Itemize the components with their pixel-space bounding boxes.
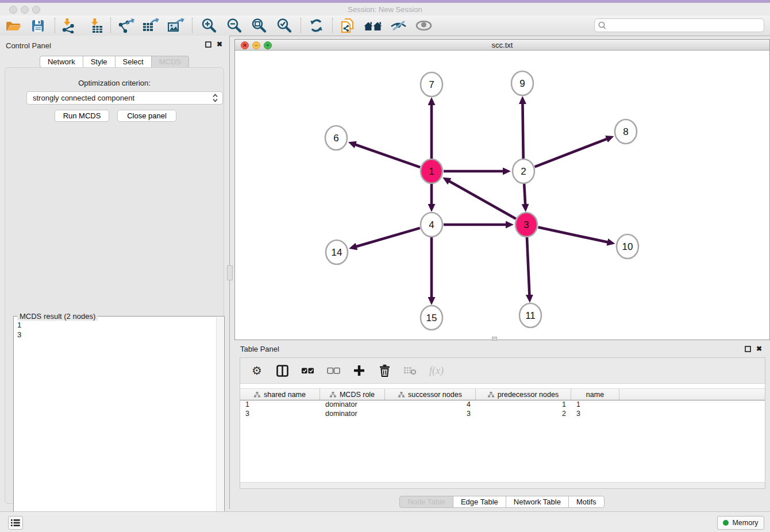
toolbar-separator: [332, 18, 333, 33]
graph-edge-3-10[interactable]: [538, 227, 609, 242]
zoom-in-icon[interactable]: [198, 17, 219, 34]
criterion-value: strongly connected component: [33, 94, 134, 102]
close-panel-button[interactable]: Close panel: [117, 110, 176, 122]
column-header-label: shared name: [264, 391, 306, 399]
chevron-updown-icon: [213, 94, 218, 104]
horizontal-splitter-handle[interactable]: [492, 337, 497, 341]
table-cell[interactable]: 1: [476, 400, 571, 409]
hide-selected-icon[interactable]: [388, 17, 409, 34]
table-row[interactable]: 1dominator411: [240, 400, 765, 409]
tab-network[interactable]: Network: [40, 56, 83, 68]
table-panel-tabs: Node TableEdge TableNetwork TableMotifs: [234, 496, 770, 508]
column-header-name[interactable]: name: [571, 389, 619, 400]
delete-column-icon[interactable]: [378, 364, 391, 377]
table-hscrollbar[interactable]: [240, 482, 765, 488]
select-all-rows-icon[interactable]: [301, 367, 314, 375]
refresh-view-icon[interactable]: [306, 17, 326, 34]
table-cell[interactable]: 3: [571, 409, 619, 418]
column-header-shared-name[interactable]: shared name: [240, 389, 320, 400]
tab-network-table[interactable]: Network Table: [506, 496, 569, 508]
table-cell[interactable]: 1: [240, 400, 320, 409]
table-cell[interactable]: dominator: [320, 400, 385, 409]
graph-edge-2-9[interactable]: [522, 103, 523, 159]
network-canvas[interactable]: 7968124314101511: [235, 50, 769, 340]
tab-select[interactable]: Select: [115, 56, 152, 68]
close-panel-icon[interactable]: ✖: [217, 41, 222, 48]
graph-node-label: 7: [429, 79, 434, 90]
graph-edge-3-1[interactable]: [449, 181, 516, 219]
import-network-icon[interactable]: [57, 17, 78, 34]
run-mcds-button[interactable]: Run MCDS: [55, 110, 109, 122]
main-titlebar[interactable]: Session: New Session: [0, 3, 770, 16]
memory-label: Memory: [732, 519, 758, 527]
export-image-icon[interactable]: [165, 17, 186, 34]
node-table: ⚙ f(x): [240, 357, 765, 489]
tab-motifs[interactable]: Motifs: [568, 496, 605, 508]
export-network-icon[interactable]: [116, 17, 136, 34]
zoom-out-icon[interactable]: [224, 17, 244, 34]
window-title: Session: New Session: [0, 5, 770, 14]
memory-button[interactable]: Memory: [717, 516, 764, 530]
result-scrollbar[interactable]: [216, 317, 224, 532]
clone-network-icon[interactable]: [337, 17, 358, 34]
edge-label-mark: [476, 224, 482, 226]
task-history-button[interactable]: [8, 516, 23, 530]
graph-edge-3-11[interactable]: [527, 237, 530, 296]
table-cell[interactable]: dominator: [320, 409, 385, 418]
table-cell[interactable]: 3: [385, 409, 476, 418]
tab-mcds[interactable]: MCDS: [151, 56, 189, 68]
graph-node-label: 14: [332, 247, 342, 258]
sort-tree-icon: [254, 392, 260, 398]
first-neighbors-icon[interactable]: [363, 17, 383, 34]
add-column-icon[interactable]: [353, 365, 365, 376]
tab-node-table[interactable]: Node Table: [399, 496, 453, 508]
tab-style[interactable]: Style: [83, 56, 116, 68]
graph-node-label: 3: [523, 219, 529, 230]
column-header-successor-nodes[interactable]: successor nodes: [385, 389, 476, 400]
column-header-predecessor-nodes[interactable]: predecessor nodes: [476, 389, 571, 400]
graph-node-label: 15: [426, 313, 437, 323]
save-session-icon[interactable]: [28, 17, 48, 34]
table-header-row: shared nameMCDS rolesuccessor nodesprede…: [240, 388, 765, 400]
export-table-icon[interactable]: [140, 17, 161, 34]
toolbar-separator: [301, 18, 301, 33]
criterion-select[interactable]: strongly connected component: [26, 91, 223, 105]
graph-edge-2-8[interactable]: [535, 138, 608, 167]
table-cell[interactable]: 4: [385, 400, 476, 409]
column-header-MCDS-role[interactable]: MCDS role: [320, 389, 385, 400]
toolbar-separator: [192, 18, 192, 33]
graph-node-label: 2: [521, 166, 526, 177]
float-table-panel-icon[interactable]: [745, 346, 751, 352]
table-cell[interactable]: 2: [476, 409, 571, 418]
delete-table-icon[interactable]: [403, 366, 417, 375]
table-panel-title: Table Panel: [240, 345, 279, 353]
zoom-selected-icon[interactable]: [274, 17, 294, 34]
float-panel-icon[interactable]: [205, 41, 211, 48]
panel-splitter-handle[interactable]: [227, 265, 233, 280]
import-table-icon[interactable]: [85, 17, 106, 34]
table-settings-icon[interactable]: ⚙: [251, 364, 263, 377]
search-icon: [595, 21, 609, 30]
toolbar-separator: [55, 18, 55, 33]
deselect-all-rows-icon[interactable]: [327, 367, 340, 375]
function-builder-icon[interactable]: f(x): [429, 365, 444, 377]
graph-edge-1-6[interactable]: [355, 144, 420, 167]
sort-tree-icon: [488, 392, 494, 398]
table-row[interactable]: 3dominator323: [240, 409, 765, 418]
search-field[interactable]: [594, 18, 764, 32]
table-cell[interactable]: 3: [240, 409, 320, 418]
graph-edge-4-14[interactable]: [356, 228, 420, 247]
network-window-titlebar[interactable]: ✕ − + scc.txt: [235, 40, 769, 51]
table-body: 1dominator4113dominator323: [240, 400, 765, 418]
split-columns-icon[interactable]: [276, 365, 288, 377]
control-panel: Control Panel ✖ NetworkStyleSelectMCDS O…: [0, 36, 230, 509]
close-table-panel-icon[interactable]: ✖: [756, 345, 762, 352]
graph-edge-2-3[interactable]: [524, 183, 525, 205]
zoom-fit-icon[interactable]: [248, 17, 269, 34]
network-window-title: scc.txt: [235, 41, 769, 49]
search-input[interactable]: [609, 20, 764, 31]
show-all-icon[interactable]: [413, 17, 434, 34]
tab-edge-table[interactable]: Edge Table: [453, 496, 506, 508]
table-cell[interactable]: 1: [571, 400, 619, 409]
open-session-icon[interactable]: [3, 17, 24, 34]
